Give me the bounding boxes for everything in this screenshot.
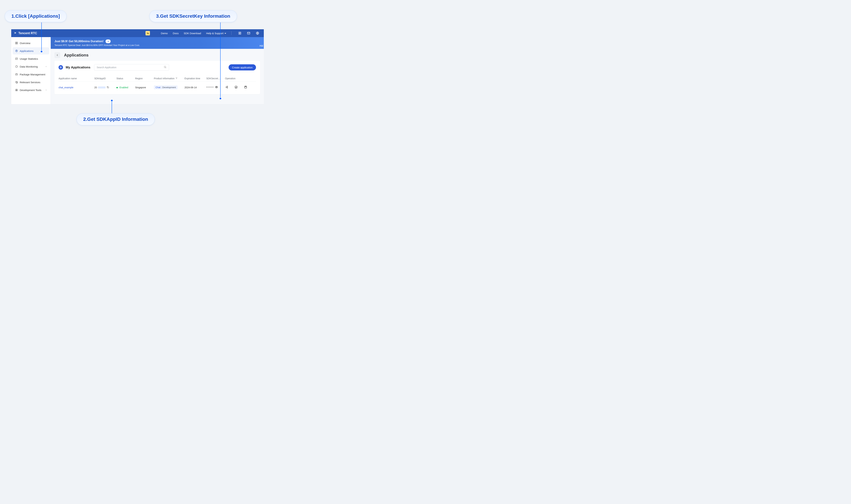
eye-icon[interactable] bbox=[215, 86, 218, 89]
svg-rect-18 bbox=[235, 86, 237, 88]
app-window: Tencent RTC % Demo Docs SDK Download Hel… bbox=[11, 29, 264, 104]
table-header: Application name SDKAppID Status Region … bbox=[58, 75, 256, 82]
th-expiration: Expiration time bbox=[184, 77, 206, 80]
th-region: Region bbox=[135, 77, 154, 80]
th-operation: Operation bbox=[225, 77, 247, 80]
promo-banner: Just $9.9! Get 50,000mins Duration! Tenc… bbox=[51, 37, 264, 49]
banner-cta-button[interactable] bbox=[106, 39, 111, 43]
sidebar-item-label: Development Tools bbox=[20, 89, 41, 92]
sidebar-item-package-management[interactable]: Package Management bbox=[13, 71, 49, 78]
sdkappid-prefix: 20 bbox=[94, 86, 97, 89]
svg-rect-10 bbox=[16, 74, 18, 75]
chevron-down-icon bbox=[45, 89, 47, 91]
cell-product: Chat : Development bbox=[154, 86, 184, 89]
callout-step-2: 2.Get SDKAppID Information bbox=[76, 113, 155, 125]
banner-hide-button[interactable]: Hid bbox=[260, 44, 263, 47]
manage-app-icon[interactable] bbox=[234, 86, 237, 89]
promo-badge-icon[interactable]: % bbox=[145, 31, 150, 35]
applications-card: My Applications Create application Appli… bbox=[54, 61, 260, 94]
cell-operations bbox=[225, 86, 247, 89]
banner-title: Just $9.9! Get 50,000mins Duration! bbox=[54, 40, 104, 43]
compass-badge-icon bbox=[58, 65, 63, 70]
sidebar-item-usage-statistics[interactable]: Usage Statistics bbox=[13, 55, 49, 62]
th-sdksecret: SDKSecret… bbox=[206, 77, 225, 80]
product-chip[interactable]: Chat : Development bbox=[154, 86, 178, 89]
cell-sdkappid: 20 bbox=[94, 86, 117, 89]
sidebar-item-development-tools[interactable]: Development Tools bbox=[13, 87, 49, 94]
banner-subtitle: Tencent RTC Special Deal: Just $9.9 & 80… bbox=[54, 44, 260, 47]
back-button[interactable] bbox=[54, 52, 60, 58]
sidebar-item-label: Overview bbox=[20, 42, 31, 44]
person-icon bbox=[15, 89, 18, 92]
tag-app-icon[interactable] bbox=[244, 86, 247, 89]
svg-point-15 bbox=[164, 66, 166, 68]
cell-expiration: 2024-06-14 bbox=[184, 86, 206, 89]
callout-step-1: 1.Click [Applications] bbox=[5, 10, 67, 22]
package-icon bbox=[15, 73, 18, 76]
sidebar-item-label: Usage Statistics bbox=[20, 57, 38, 60]
table-row: chat_example 20 Enabled Singapo bbox=[58, 82, 256, 93]
sidebar-item-label: Data Monitoring bbox=[20, 65, 38, 68]
create-application-button[interactable]: Create application bbox=[229, 64, 256, 70]
sidebar-item-label: Package Management bbox=[20, 73, 45, 76]
billing-icon[interactable] bbox=[238, 31, 242, 35]
topbar-link-help[interactable]: Help & Support bbox=[205, 32, 228, 35]
svg-rect-16 bbox=[107, 87, 109, 88]
copy-icon[interactable] bbox=[107, 86, 109, 89]
svg-point-17 bbox=[216, 87, 217, 88]
topbar-link-sdk-download[interactable]: SDK Download bbox=[182, 32, 203, 35]
cell-status: Enabled bbox=[117, 86, 135, 89]
svg-point-13 bbox=[16, 90, 17, 90]
svg-rect-5 bbox=[16, 43, 16, 44]
th-application-name: Application name bbox=[58, 77, 94, 80]
cell-sdksecret: ****** bbox=[206, 86, 225, 89]
th-product-information[interactable]: Product information bbox=[154, 77, 184, 80]
status-text: Enabled bbox=[120, 86, 128, 89]
sidebar-item-label: Applications bbox=[20, 50, 34, 52]
brand-logo-icon bbox=[14, 32, 17, 35]
sidebar-item-data-monitoring[interactable]: Data Monitoring bbox=[13, 63, 49, 70]
callout-step-3: 3.Get SDKSecretKey Information bbox=[149, 10, 237, 22]
chevron-down-icon bbox=[45, 66, 47, 68]
secret-mask: ****** bbox=[206, 86, 214, 89]
svg-rect-4 bbox=[17, 42, 18, 43]
search-input[interactable] bbox=[97, 66, 162, 69]
th-sdkappid: SDKAppID bbox=[94, 77, 117, 80]
layers-icon bbox=[15, 80, 18, 84]
th-status: Status bbox=[117, 77, 135, 80]
brand: Tencent RTC bbox=[14, 32, 37, 35]
page-title: Applications bbox=[64, 53, 89, 57]
chart-icon bbox=[15, 57, 18, 60]
gauge-icon bbox=[15, 65, 18, 68]
cell-region: Singapore bbox=[135, 86, 154, 89]
svg-point-7 bbox=[16, 50, 18, 52]
cell-application-name[interactable]: chat_example bbox=[58, 86, 94, 89]
topbar: Tencent RTC % Demo Docs SDK Download Hel… bbox=[11, 29, 264, 37]
svg-rect-6 bbox=[17, 43, 18, 44]
enter-app-icon[interactable] bbox=[225, 86, 228, 89]
sidebar-item-relevant-services[interactable]: Relevant Services bbox=[13, 78, 49, 86]
search-icon bbox=[164, 66, 166, 69]
svg-rect-3 bbox=[16, 42, 16, 43]
applications-table: Application name SDKAppID Status Region … bbox=[58, 75, 256, 93]
page-header: Applications bbox=[51, 49, 264, 60]
sidebar-item-applications[interactable]: Applications bbox=[13, 47, 49, 54]
grid-icon bbox=[15, 41, 18, 44]
sidebar-item-overview[interactable]: Overview bbox=[13, 39, 49, 47]
topbar-link-docs[interactable]: Docs bbox=[171, 32, 180, 35]
brand-text: Tencent RTC bbox=[18, 32, 37, 35]
section-title: My Applications bbox=[66, 66, 90, 69]
filter-icon bbox=[176, 77, 178, 80]
svg-rect-11 bbox=[16, 81, 17, 83]
topbar-link-demo[interactable]: Demo bbox=[159, 32, 169, 35]
main-content: Just $9.9! Get 50,000mins Duration! Tenc… bbox=[51, 37, 264, 104]
mail-icon[interactable] bbox=[247, 31, 250, 35]
status-indicator-icon bbox=[117, 87, 118, 88]
globe-icon[interactable] bbox=[256, 31, 260, 35]
sidebar: Overview Applications Usage Statistics D… bbox=[11, 37, 51, 104]
sidebar-item-label: Relevant Services bbox=[20, 81, 40, 84]
sdkappid-masked bbox=[98, 87, 106, 89]
compass-icon bbox=[15, 49, 18, 52]
search-application[interactable] bbox=[94, 64, 169, 71]
